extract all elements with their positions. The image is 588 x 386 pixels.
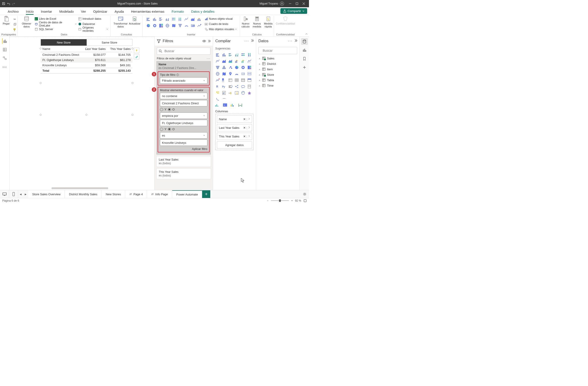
ly-filter-card[interactable]: Last Year Sales es (todos) — [156, 156, 211, 167]
textbox-button[interactable]: ACuadro de texto — [204, 21, 237, 26]
table-node-item[interactable]: ›Item — [258, 66, 297, 72]
data-search[interactable] — [258, 47, 297, 54]
cell[interactable]: Ft. Oglethorpe Lindseys — [41, 57, 82, 62]
palette-icon-11[interactable] — [247, 58, 252, 64]
stacked100-column-icon[interactable] — [177, 16, 183, 22]
new-visual-button[interactable]: Nuevo objeto visual — [204, 16, 237, 21]
palette-icon-37[interactable] — [221, 90, 227, 96]
filters-search-input[interactable] — [164, 49, 209, 53]
tab-formato[interactable]: Formato — [168, 10, 187, 15]
palette-icon-23[interactable] — [247, 71, 252, 77]
table-node-store[interactable]: ›Store — [258, 72, 297, 77]
palette-icon-32[interactable] — [228, 84, 233, 89]
copy-button[interactable] — [13, 22, 17, 27]
redo-icon[interactable] — [12, 2, 15, 5]
palette-icon-26[interactable] — [228, 77, 233, 83]
report-canvas[interactable]: New Store Same Store Name Last Year Sale… — [10, 37, 154, 190]
palette-icon-9[interactable] — [234, 58, 240, 64]
tab-archivo[interactable]: Archivo — [4, 10, 22, 15]
palette-icon-21[interactable] — [234, 71, 240, 77]
palette-icon-41[interactable] — [247, 90, 252, 96]
sensitivity-button[interactable]: Confidencialidad — [275, 16, 295, 25]
tab-inicio[interactable]: Inicio — [22, 10, 37, 15]
palette-icon-5[interactable] — [247, 52, 252, 58]
slicer[interactable]: New Store Same Store — [41, 39, 132, 46]
combo-chart-icon[interactable] — [196, 16, 202, 22]
palette-icon-18[interactable] — [215, 71, 220, 77]
col-name[interactable]: Name — [41, 46, 82, 52]
card-icon[interactable]: 123 — [190, 23, 196, 29]
cell[interactable]: $61.278 — [107, 57, 132, 62]
visual-container[interactable]: New Store Same Store Name Last Year Sale… — [41, 39, 132, 74]
new-calc-button[interactable]: fx Nuevo cálculo — [241, 16, 251, 28]
remove-icon[interactable]: ✕ — [243, 126, 246, 129]
palette-icon-27[interactable] — [234, 77, 240, 83]
page-prev[interactable]: ◄ — [18, 190, 23, 198]
palette-icon-13[interactable] — [221, 65, 227, 70]
filter-type-select[interactable]: Filtrado avanzado — [160, 77, 207, 84]
palette-icon-29[interactable] — [247, 77, 252, 83]
enter-data-button[interactable]: Introducir datos — [78, 16, 108, 21]
palette-icon-4[interactable] — [240, 52, 246, 58]
palette-icon-1[interactable] — [221, 52, 227, 58]
palette-icon-6[interactable] — [215, 58, 220, 64]
share-button[interactable]: Compartir — [280, 8, 307, 14]
chevron-right-icon[interactable] — [248, 118, 250, 120]
filled-map-icon[interactable] — [171, 23, 177, 29]
dataverse-button[interactable]: Dataverse — [78, 21, 108, 26]
palette-icon-10[interactable] — [240, 58, 246, 64]
fit-page-icon[interactable] — [304, 199, 307, 202]
remove-icon[interactable]: ✕ — [243, 135, 246, 138]
canvas-scrollbar[interactable] — [51, 187, 108, 189]
add-data-button[interactable]: Agregar datos — [217, 141, 252, 149]
palette-icon-28[interactable] — [240, 77, 246, 83]
kpi-icon[interactable] — [196, 23, 202, 29]
table-node-district[interactable]: ›District — [258, 61, 297, 66]
recent-sources-button[interactable]: Orígenes recientes — [78, 27, 108, 32]
palette-icon-38[interactable]: 123 — [228, 90, 233, 96]
excel-button[interactable]: xLibro de Excel — [35, 16, 77, 21]
palette-icon-33[interactable] — [234, 84, 240, 89]
palette-icon-43[interactable] — [221, 96, 227, 102]
filters-search[interactable] — [157, 47, 210, 55]
tab-modelado[interactable]: Modelado — [56, 10, 77, 15]
palette-icon-25[interactable] — [221, 77, 227, 83]
apply-filter-link[interactable]: Aplicar filtro — [192, 147, 207, 151]
palette-icon-19[interactable] — [221, 71, 227, 77]
get-data-button[interactable]: Obtener datos — [20, 16, 33, 28]
table-node-time[interactable]: ›Time — [258, 83, 297, 88]
stacked100-bar-icon[interactable] — [171, 16, 177, 22]
radio-y1[interactable] — [160, 108, 163, 111]
data-search-input[interactable] — [262, 49, 303, 53]
op1-select[interactable]: no contiene — [160, 93, 207, 99]
undo-icon[interactable] — [7, 2, 10, 5]
remove-icon[interactable]: ✕ — [243, 118, 246, 121]
tab-ayuda[interactable]: Ayuda — [111, 10, 127, 15]
table-node-sales[interactable]: ›Sales — [258, 56, 297, 61]
stacked-bar-icon[interactable] — [146, 16, 151, 22]
col-ty[interactable]: This Year Sales — [107, 46, 132, 52]
zoom-out[interactable]: − — [267, 199, 269, 202]
page-tab-4[interactable]: Info Page — [147, 190, 172, 198]
name-filter-card[interactable]: Name es Cincinnati 2 Fashions Dire... 1 … — [156, 61, 211, 155]
suggestions-row[interactable]: e — [213, 102, 256, 108]
pie-chart-icon[interactable] — [146, 23, 151, 29]
palette-icon-7[interactable] — [221, 58, 227, 64]
cut-button[interactable]: ✂ — [13, 17, 17, 21]
paint-icon[interactable] — [134, 54, 139, 60]
palette-icon-17[interactable] — [247, 65, 252, 70]
more-icon[interactable]: ··· — [207, 57, 210, 60]
palette-icon-15[interactable] — [234, 65, 240, 70]
maximize-button[interactable] — [294, 0, 300, 7]
table-view-icon[interactable] — [2, 47, 7, 52]
op2-select[interactable]: empieza por — [160, 112, 207, 119]
clustered-bar-icon[interactable] — [158, 16, 164, 22]
lightning-icon[interactable] — [134, 48, 139, 53]
gauge-icon[interactable] — [184, 23, 189, 29]
info-icon[interactable] — [176, 74, 179, 76]
bookmark-rail-icon[interactable] — [301, 56, 308, 62]
quick-measure-button[interactable]: Medida rápida — [263, 16, 273, 28]
more-visuals-button[interactable]: Más objetos visuales — [204, 27, 237, 32]
transform-data-button[interactable]: Transformar datos — [113, 16, 128, 28]
format-painter-button[interactable] — [13, 27, 17, 32]
